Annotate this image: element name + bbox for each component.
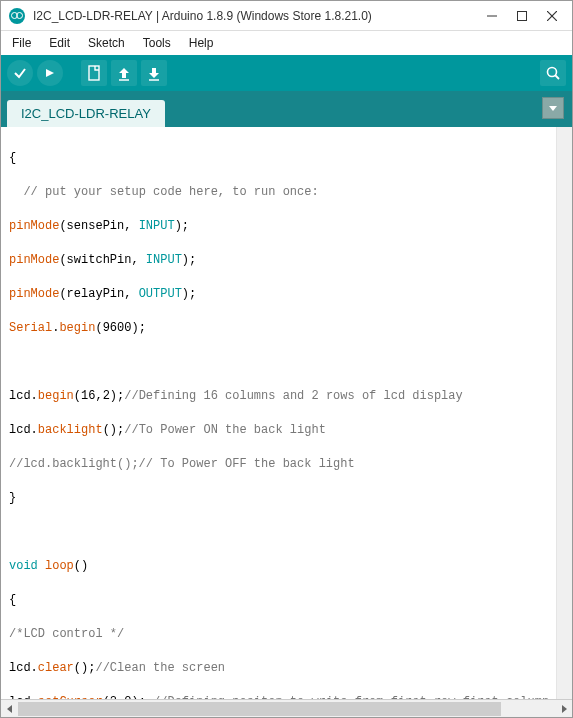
svg-marker-12 [549, 106, 557, 111]
horizontal-scrollbar[interactable] [1, 699, 572, 717]
svg-marker-13 [7, 705, 12, 713]
scroll-thumb[interactable] [18, 702, 501, 716]
open-sketch-button[interactable] [111, 60, 137, 86]
tab-menu-button[interactable] [542, 97, 564, 119]
close-button[interactable] [546, 11, 558, 21]
new-sketch-button[interactable] [81, 60, 107, 86]
svg-marker-14 [562, 705, 567, 713]
save-sketch-button[interactable] [141, 60, 167, 86]
window-titlebar: I2C_LCD-LDR-RELAY | Arduino 1.8.9 (Windo… [1, 1, 572, 31]
svg-marker-6 [119, 68, 129, 78]
editor-area: { // put your setup code here, to run on… [1, 127, 572, 699]
svg-rect-5 [89, 66, 99, 80]
menu-help[interactable]: Help [182, 34, 221, 52]
tab-bar: I2C_LCD-LDR-RELAY [1, 91, 572, 127]
code-editor[interactable]: { // put your setup code here, to run on… [1, 127, 572, 699]
menu-tools[interactable]: Tools [136, 34, 178, 52]
scroll-left-icon[interactable] [1, 701, 18, 717]
toolbar [1, 55, 572, 91]
svg-marker-4 [46, 69, 54, 77]
maximize-button[interactable] [516, 11, 528, 21]
menu-file[interactable]: File [5, 34, 38, 52]
vertical-scrollbar[interactable] [556, 127, 572, 699]
menubar: File Edit Sketch Tools Help [1, 31, 572, 55]
svg-rect-1 [518, 11, 527, 20]
svg-line-11 [555, 75, 559, 79]
tab-sketch[interactable]: I2C_LCD-LDR-RELAY [7, 100, 165, 127]
verify-button[interactable] [7, 60, 33, 86]
menu-edit[interactable]: Edit [42, 34, 77, 52]
arduino-logo-icon [9, 8, 25, 24]
svg-marker-8 [149, 68, 159, 78]
window-title: I2C_LCD-LDR-RELAY | Arduino 1.8.9 (Windo… [33, 9, 486, 23]
menu-sketch[interactable]: Sketch [81, 34, 132, 52]
minimize-button[interactable] [486, 11, 498, 21]
scroll-right-icon[interactable] [555, 701, 572, 717]
upload-button[interactable] [37, 60, 63, 86]
serial-monitor-button[interactable] [540, 60, 566, 86]
